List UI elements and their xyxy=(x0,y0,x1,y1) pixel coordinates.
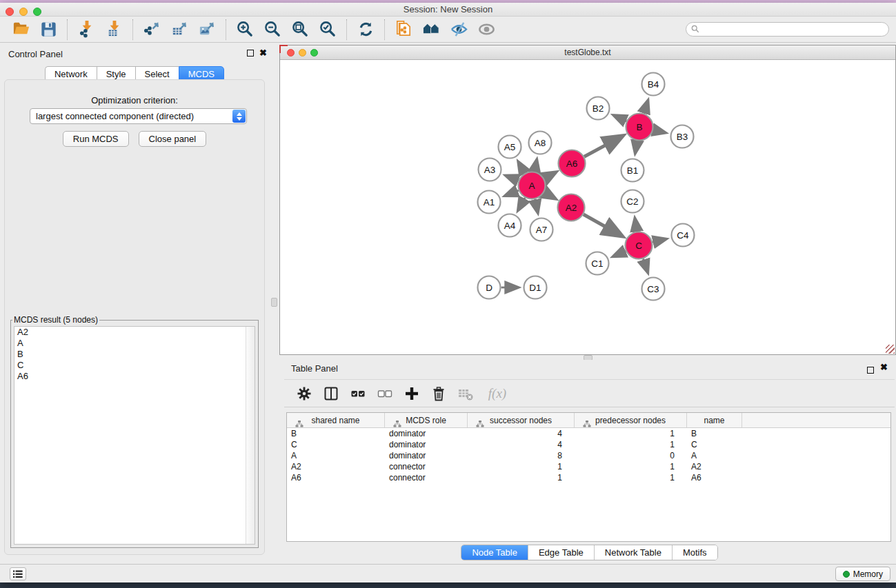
run-mcds-button[interactable]: Run MCDS xyxy=(63,131,129,147)
node-A2[interactable]: A2 xyxy=(558,194,585,221)
column-header-name[interactable]: name xyxy=(687,413,742,427)
mcds-result-list[interactable]: A2ABCA6 xyxy=(14,326,255,545)
open-file-button[interactable] xyxy=(7,19,34,41)
show-columns-button[interactable] xyxy=(321,383,341,404)
table-row[interactable]: A6connector11A6 xyxy=(287,472,890,483)
mcds-result-item[interactable]: B xyxy=(14,349,255,360)
import-table-button[interactable] xyxy=(100,19,128,41)
column-header-successor-nodes[interactable]: successor nodes xyxy=(468,413,575,427)
cell-predecessor-nodes[interactable]: 0 xyxy=(575,450,687,461)
node-A1[interactable]: A1 xyxy=(478,191,501,214)
cell-successor-nodes[interactable]: 4 xyxy=(468,439,575,450)
edge-A-A6[interactable] xyxy=(544,172,555,179)
horizontal-splitter[interactable] xyxy=(279,355,896,360)
cell-shared-name[interactable]: B xyxy=(287,428,385,439)
network-graph[interactable]: B4 B2 B B3 A5 A8 A6 A3 B1 A A1 C2 A2 A4 … xyxy=(280,60,895,354)
edge-B-B3[interactable] xyxy=(653,130,666,133)
edge-A-A3[interactable] xyxy=(506,176,519,181)
search-input[interactable] xyxy=(686,22,889,37)
tab-node-table[interactable]: Node Table xyxy=(461,545,528,560)
edge-A-A5[interactable] xyxy=(518,161,525,173)
edge-B-B2[interactable] xyxy=(613,115,626,121)
vertical-splitter-grip[interactable] xyxy=(271,298,277,307)
mcds-result-item[interactable]: A xyxy=(14,338,255,349)
node-C2[interactable]: C2 xyxy=(621,190,644,213)
mcds-result-item[interactable]: A2 xyxy=(14,327,255,338)
node-A6[interactable]: A6 xyxy=(559,150,586,177)
mcds-result-item[interactable]: A6 xyxy=(14,371,255,382)
window-resize-grip-icon[interactable] xyxy=(886,345,895,354)
cell-successor-nodes[interactable]: 8 xyxy=(468,450,575,461)
edge-A2-C[interactable] xyxy=(584,214,622,236)
cell-name[interactable]: A6 xyxy=(687,472,742,483)
tab-motifs[interactable]: Motifs xyxy=(673,545,717,560)
cell-successor-nodes[interactable]: 4 xyxy=(468,428,575,439)
edge-A-A1[interactable] xyxy=(505,190,519,196)
zoom-fit-button[interactable] xyxy=(286,19,314,41)
export-image-button[interactable] xyxy=(193,19,221,41)
task-history-button[interactable] xyxy=(10,567,26,580)
vertical-splitter[interactable] xyxy=(269,43,279,564)
cell-MCDS-role[interactable]: connector xyxy=(385,461,468,472)
edge-C-C4[interactable] xyxy=(653,239,666,243)
table-row[interactable]: Cdominator41C xyxy=(287,439,890,450)
column-header-predecessor-nodes[interactable]: predecessor nodes xyxy=(575,413,687,427)
refresh-button[interactable] xyxy=(352,19,379,41)
cell-name[interactable]: A2 xyxy=(687,461,742,472)
cell-predecessor-nodes[interactable]: 1 xyxy=(575,439,687,450)
cell-name[interactable]: A xyxy=(687,450,742,461)
export-network-button[interactable] xyxy=(138,19,166,41)
tab-edge-table[interactable]: Edge Table xyxy=(528,545,595,560)
node-D[interactable]: D xyxy=(478,276,501,299)
edge-B-B1[interactable] xyxy=(635,141,637,154)
new-network-from-selection-button[interactable] xyxy=(390,19,417,41)
home-button[interactable] xyxy=(417,19,445,41)
cell-predecessor-nodes[interactable]: 1 xyxy=(575,428,687,439)
cell-predecessor-nodes[interactable]: 1 xyxy=(575,461,687,472)
zoom-selected-button[interactable] xyxy=(314,19,341,41)
node-A3[interactable]: A3 xyxy=(479,159,501,181)
edge-A-A2[interactable] xyxy=(544,192,555,199)
zoom-in-button[interactable] xyxy=(231,19,259,41)
node-B4[interactable]: B4 xyxy=(642,73,665,96)
edge-A6-B[interactable] xyxy=(584,136,623,156)
cell-MCDS-role[interactable]: connector xyxy=(385,472,468,483)
cell-successor-nodes[interactable]: 1 xyxy=(468,472,575,483)
cell-shared-name[interactable]: A xyxy=(287,450,385,461)
node-B3[interactable]: B3 xyxy=(671,125,694,148)
close-panel-icon[interactable]: ✖ xyxy=(259,48,267,58)
cell-MCDS-role[interactable]: dominator xyxy=(385,450,468,461)
node-B2[interactable]: B2 xyxy=(587,97,610,120)
save-session-button[interactable] xyxy=(34,19,62,41)
node-A7[interactable]: A7 xyxy=(530,219,553,241)
mcds-result-item[interactable]: C xyxy=(14,360,255,371)
edge-C-C3[interactable] xyxy=(644,258,648,272)
node-A5[interactable]: A5 xyxy=(499,136,521,159)
select-all-columns-button[interactable] xyxy=(348,383,368,404)
float-panel-icon[interactable] xyxy=(247,50,254,57)
table-row[interactable]: Bdominator41B xyxy=(287,428,890,439)
node-A8[interactable]: A8 xyxy=(529,132,552,154)
close-table-panel-icon[interactable]: ✖ xyxy=(880,362,888,372)
tab-network-table[interactable]: Network Table xyxy=(595,545,673,560)
cell-MCDS-role[interactable]: dominator xyxy=(385,428,468,439)
cell-successor-nodes[interactable]: 1 xyxy=(468,461,575,472)
unselect-all-columns-button[interactable] xyxy=(375,383,395,404)
hide-graphics-details-button[interactable] xyxy=(445,19,472,41)
edge-A-A8[interactable] xyxy=(535,159,537,172)
export-table-button[interactable] xyxy=(166,19,193,41)
criterion-select[interactable]: largest connected component (directed) xyxy=(30,108,247,124)
table-row[interactable]: A2connector11A2 xyxy=(287,461,890,472)
node-C4[interactable]: C4 xyxy=(672,224,695,247)
memory-button[interactable]: Memory xyxy=(835,567,890,581)
cell-shared-name[interactable]: C xyxy=(287,439,385,450)
node-A4[interactable]: A4 xyxy=(499,214,521,237)
edge-A-A4[interactable] xyxy=(518,198,525,211)
cell-shared-name[interactable]: A2 xyxy=(287,461,385,472)
network-canvas[interactable]: B4 B2 B B3 A5 A8 A6 A3 B1 A A1 C2 A2 A4 … xyxy=(280,60,895,354)
close-panel-button[interactable]: Close panel xyxy=(139,131,207,147)
edge-C-C2[interactable] xyxy=(635,218,637,231)
cell-MCDS-role[interactable]: dominator xyxy=(385,439,468,450)
import-network-button[interactable] xyxy=(72,19,100,41)
cell-name[interactable]: C xyxy=(687,439,742,450)
